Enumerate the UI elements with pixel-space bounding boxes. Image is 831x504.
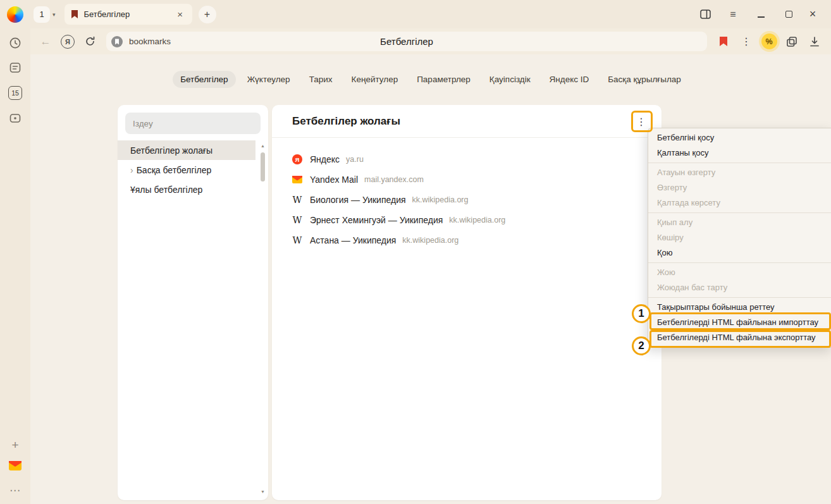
reload-icon[interactable]	[81, 33, 99, 51]
bookmark-list: Я Яндекс ya.ru Yandex Mail mail.yandex.c…	[272, 138, 662, 250]
downloads-icon[interactable]	[806, 33, 823, 51]
sidebar-item-label: Басқа бетбелгілер	[137, 165, 212, 175]
minimize-button[interactable]	[751, 5, 770, 24]
back-icon[interactable]: ←	[37, 33, 54, 51]
browser-menu-icon[interactable]: ≡	[723, 5, 742, 24]
messenger-icon[interactable]	[9, 112, 22, 125]
close-window-button[interactable]: ×	[803, 5, 822, 24]
sidebar-item-label: Бетбелгілер жолағы	[130, 145, 212, 156]
menu-item-cut: Қиып алу	[648, 215, 831, 230]
wikipedia-favicon: W	[293, 216, 302, 225]
chevron-down-icon: ▾	[52, 11, 56, 18]
tab-security[interactable]: Қауіпсіздік	[482, 71, 538, 88]
scrollbar-thumb[interactable]	[261, 152, 265, 181]
menu-item-add-folder[interactable]: Қалтаны қосу	[648, 145, 831, 161]
percent-offers-icon[interactable]: %	[760, 33, 778, 51]
bookmark-row[interactable]: W Астана — Уикипедия kk.wikipedia.org	[292, 230, 662, 250]
menu-item-edit: Өзгерту	[648, 180, 831, 195]
side-panel-icon[interactable]	[696, 5, 715, 24]
tab-settings[interactable]: Параметрлер	[409, 71, 478, 88]
menu-item-paste[interactable]: Қою	[648, 245, 831, 261]
bookmark-title: Биология — Уикипедия	[310, 195, 406, 205]
chevron-right-icon[interactable]: ›	[130, 165, 133, 175]
bookmark-title: Эрнест Хемингуэй — Уикипедия	[310, 215, 443, 225]
tab-bookmarks[interactable]: Бетбелгілер	[173, 71, 235, 88]
menu-item-copy: Көшіру	[648, 230, 831, 245]
tab-extensions[interactable]: Кеңейтулер	[344, 71, 406, 88]
settings-nav: Бетбелгілер Жүктеулер Тарих Кеңейтулер П…	[30, 71, 831, 88]
bookmark-row[interactable]: W Эрнест Хемингуэй — Уикипедия kk.wikipe…	[292, 210, 662, 230]
bookmark-row[interactable]: W Биология — Уикипедия kk.wikipedia.org	[292, 190, 662, 210]
sidebar-item-label: Ұялы бетбелгілер	[130, 185, 202, 195]
scroll-down-icon[interactable]: ▼	[258, 488, 268, 496]
address-bar[interactable]: bookmarks Бетбелгілер	[106, 32, 707, 51]
bookmarks-panel-header: Бетбелгілер жолағы ⋮	[272, 105, 662, 138]
url-text: bookmarks	[129, 37, 171, 46]
menu-group-tools: Тақырыптары бойынша реттеу Бетбелгілерді…	[648, 297, 831, 347]
browser-window: 1 ▾ Бетбелгілер × + ≡ × 15	[0, 0, 831, 504]
percent-glyph: %	[761, 34, 777, 49]
tab-close-icon[interactable]: ×	[175, 9, 186, 20]
bookmarks-panel: Бетбелгілер жолағы ⋮ Я Яндекс ya.ru Yand…	[272, 105, 662, 500]
bookmark-url: mail.yandex.com	[364, 175, 424, 184]
wikipedia-favicon: W	[293, 195, 302, 205]
sidebar-item-mobile-bookmarks[interactable]: Ұялы бетбелгілер	[118, 180, 255, 199]
bookmark-flag-icon[interactable]	[715, 33, 732, 51]
collections-icon[interactable]	[783, 33, 801, 51]
menu-group-edit: Атауын өзгерту Өзгерту Қалтада көрсету	[648, 163, 831, 212]
add-panel-button[interactable]: +	[11, 438, 18, 452]
folder-tree: Бетбелгілер жолағы › Басқа бетбелгілер Ұ…	[118, 140, 268, 199]
yandex-browser-logo-icon	[7, 6, 23, 23]
tab-downloads[interactable]: Жүктеулер	[240, 71, 298, 88]
yandex-mail-favicon	[292, 175, 302, 185]
search-box	[125, 113, 261, 134]
tab-yandex-id[interactable]: Яндекс ID	[542, 71, 597, 88]
minimize-icon	[758, 16, 765, 18]
bookmark-url: kk.wikipedia.org	[412, 195, 469, 204]
new-tab-button[interactable]: +	[199, 6, 216, 23]
menu-item-export-html[interactable]: Бетбелгілерді HTML файлына экспорттау	[648, 330, 831, 345]
menu-group-add: Бетбелгіні қосу Қалтаны қосу	[648, 128, 831, 163]
sidebar-item-other-bookmarks[interactable]: › Басқа бетбелгілер	[118, 160, 255, 180]
bookmarks-sidebar: Бетбелгілер жолағы › Басқа бетбелгілер Ұ…	[118, 105, 268, 500]
tab-title: Бетбелгілер	[84, 9, 175, 19]
bookmark-title: Яндекс	[310, 154, 340, 164]
sidebar-scrollbar[interactable]: ▲ ▼	[258, 142, 268, 496]
bookmark-row[interactable]: Я Яндекс ya.ru	[292, 149, 662, 169]
sidebar-item-bookmarks-bar[interactable]: Бетбелгілер жолағы	[118, 140, 255, 160]
titlebar: 1 ▾ Бетбелгілер × + ≡ ×	[0, 0, 831, 28]
bookmark-row[interactable]: Yandex Mail mail.yandex.com	[292, 169, 662, 190]
bookmark-url: kk.wikipedia.org	[402, 236, 459, 245]
yandex-search-icon[interactable]: Я	[61, 35, 75, 49]
toolbar-kebab-icon[interactable]: ⋮	[737, 33, 755, 51]
notes-icon[interactable]	[9, 61, 22, 74]
tab-counter-button[interactable]: 1 ▾	[34, 6, 56, 23]
menu-item-sort-by-title[interactable]: Тақырыптары бойынша реттеу	[648, 300, 831, 315]
page-title: Бетбелгілер	[106, 36, 707, 47]
rail-more-button[interactable]: ⋯	[9, 484, 21, 497]
menu-item-undo-delete: Жоюдан бас тарту	[648, 280, 831, 295]
maximize-button[interactable]	[779, 5, 798, 24]
tab-favicon-bookmark-icon	[71, 9, 78, 19]
tab-other-devices[interactable]: Басқа құрылғылар	[600, 71, 689, 88]
yandex-mail-icon[interactable]	[9, 461, 22, 470]
tabs-count-value: 15	[8, 86, 22, 100]
tab-history[interactable]: Тарих	[302, 71, 340, 88]
bookmark-url: ya.ru	[346, 155, 364, 164]
menu-item-show-in-folder: Қалтада көрсету	[648, 195, 831, 211]
search-input[interactable]	[125, 119, 261, 128]
side-rail: 15 + ⋯	[0, 28, 30, 504]
page-favicon-icon	[111, 36, 123, 47]
menu-group-clipboard: Қиып алу Көшіру Қою	[648, 212, 831, 262]
menu-item-delete: Жою	[648, 265, 831, 280]
page-section-title: Бетбелгілер жолағы	[292, 115, 400, 128]
tabs-panel-badge[interactable]: 15	[8, 86, 22, 100]
bookmarks-kebab-menu-button[interactable]: ⋮	[633, 113, 649, 130]
bookmark-url: kk.wikipedia.org	[449, 216, 505, 224]
browser-tab[interactable]: Бетбелгілер ×	[65, 4, 192, 25]
menu-item-add-bookmark[interactable]: Бетбелгіні қосу	[648, 130, 831, 145]
scroll-up-icon[interactable]: ▲	[258, 142, 268, 151]
menu-item-import-html[interactable]: Бетбелгілерді HTML файлынан импорттау	[648, 315, 831, 330]
wikipedia-favicon: W	[293, 236, 302, 245]
history-icon[interactable]	[9, 37, 22, 49]
